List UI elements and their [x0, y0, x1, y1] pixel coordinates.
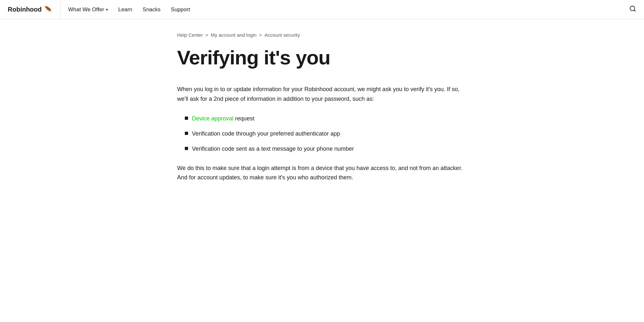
main-content: Help Center > My account and login > Acc… — [164, 19, 480, 202]
list-item: Verification code through your preferred… — [185, 129, 467, 138]
search-icon[interactable] — [629, 5, 636, 14]
breadcrumb-separator-2: > — [259, 32, 262, 38]
breadcrumb: Help Center > My account and login > Acc… — [177, 32, 467, 38]
article-list: Device approval request Verification cod… — [185, 114, 467, 153]
chevron-down-icon: ▾ — [106, 7, 108, 12]
breadcrumb-my-account[interactable]: My account and login — [211, 32, 257, 38]
article-intro: When you log in to or update information… — [177, 85, 467, 104]
nav-link-snacks[interactable]: Snacks — [143, 6, 161, 13]
list-bullet-icon — [185, 147, 188, 150]
brand-logo[interactable]: Robinhood 🪶 — [8, 0, 61, 19]
page-title: Verifying it's you — [177, 47, 467, 69]
device-approval-link[interactable]: Device approval — [192, 115, 233, 122]
brand-name: Robinhood — [8, 6, 42, 13]
navbar: Robinhood 🪶 What We Offer ▾ Learn Snacks… — [0, 0, 644, 19]
svg-line-1 — [634, 10, 635, 11]
nav-link-what-we-offer[interactable]: What We Offer ▾ — [68, 6, 108, 13]
list-item: Verification code sent as a text message… — [185, 145, 467, 153]
breadcrumb-help-center[interactable]: Help Center — [177, 32, 203, 38]
list-item: Device approval request — [185, 114, 467, 123]
list-item-text-2: Verification code through your preferred… — [192, 129, 340, 138]
nav-link-learn[interactable]: Learn — [118, 6, 132, 13]
nav-link-support[interactable]: Support — [171, 6, 190, 13]
breadcrumb-separator-1: > — [205, 32, 208, 38]
list-item-text-1: Device approval request — [192, 114, 254, 123]
list-bullet-icon — [185, 117, 188, 120]
feather-icon: 🪶 — [44, 6, 52, 14]
breadcrumb-account-security[interactable]: Account security — [264, 32, 300, 38]
article-footer: We do this to make sure that a login att… — [177, 164, 467, 183]
list-item-text-3: Verification code sent as a text message… — [192, 145, 354, 153]
list-bullet-icon — [185, 132, 188, 135]
article-body: When you log in to or update information… — [177, 85, 467, 183]
nav-links: What We Offer ▾ Learn Snacks Support — [68, 6, 629, 13]
